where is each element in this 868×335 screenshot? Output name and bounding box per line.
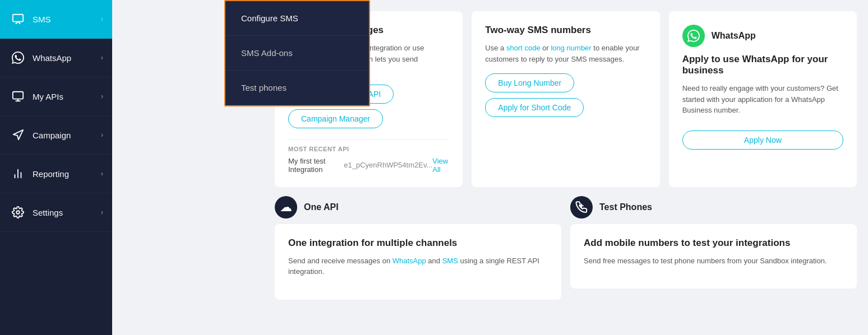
sidebar-label-apis: My APIs [33, 92, 101, 101]
apis-icon [9, 87, 27, 105]
reporting-icon [9, 165, 27, 183]
api-name: My first test Integration [288, 157, 337, 174]
whatsapp-header: WhatsApp [682, 25, 843, 47]
short-code-link: short code [506, 44, 541, 52]
test-phones-icon [570, 196, 593, 218]
chevron-icon-campaign: › [101, 131, 103, 139]
svg-rect-0 [13, 15, 23, 22]
test-phones-section: Test Phones Add mobile numbers to test y… [570, 196, 857, 300]
test-phones-header: Test Phones [570, 196, 857, 218]
sidebar-item-settings[interactable]: Settings › [0, 193, 112, 232]
dropdown-item-sms-addons[interactable]: SMS Add-ons [225, 36, 369, 71]
test-phones-header-label: Test Phones [599, 202, 652, 212]
settings-icon [9, 203, 27, 221]
one-api-section: ☁ One API One integration for multiple c… [275, 196, 561, 300]
long-number-link: long number [551, 44, 591, 52]
test-phones-desc: Send free messages to test phone numbers… [584, 255, 843, 267]
svg-rect-1 [13, 92, 23, 99]
one-api-card: One integration for multiple channels Se… [275, 224, 561, 300]
dropdown-item-configure-sms[interactable]: Configure SMS [225, 1, 369, 36]
sidebar-item-my-apis[interactable]: My APIs › [0, 77, 112, 116]
most-recent-label: MOST RECENT API [288, 146, 449, 152]
sidebar-label-settings: Settings [33, 208, 101, 217]
sidebar-label-whatsapp: WhatsApp [33, 53, 101, 63]
sms-icon [9, 10, 27, 28]
test-phones-card: Add mobile numbers to test your integrat… [570, 224, 857, 289]
one-api-header: ☁ One API [275, 196, 561, 218]
sidebar-item-whatsapp[interactable]: WhatsApp › [0, 39, 112, 77]
whatsapp-card-title: Apply to use WhatsApp for your business [682, 54, 843, 76]
dropdown-menu: Configure SMS SMS Add-ons Test phones [224, 0, 370, 106]
one-api-title: One integration for multiple channels [288, 238, 548, 249]
sidebar-label-campaign: Campaign [33, 131, 101, 140]
whatsapp-icon [9, 49, 27, 67]
one-api-desc: Send and receive messages on WhatsApp an… [288, 255, 548, 277]
campaign-manager-button[interactable]: Campaign Manager [288, 109, 383, 128]
campaign-icon [9, 126, 27, 144]
sidebar: SMS › WhatsApp › My APIs › Campaign › Re… [0, 0, 112, 335]
two-way-buttons: Buy Long Number Apply for Short Code [485, 73, 646, 117]
svg-point-7 [16, 211, 20, 214]
divider [288, 139, 449, 140]
chevron-icon-settings: › [101, 208, 103, 216]
sidebar-label-reporting: Reporting [33, 169, 101, 179]
view-all-link[interactable]: View All [432, 157, 449, 174]
whatsapp-card: WhatsApp Apply to use WhatsApp for your … [669, 11, 857, 187]
bottom-cards-row: ☁ One API One integration for multiple c… [123, 196, 857, 300]
sidebar-item-campaign[interactable]: Campaign › [0, 116, 112, 155]
chevron-icon: › [101, 15, 103, 23]
two-way-sms-title: Two-way SMS numbers [485, 25, 646, 36]
sidebar-item-reporting[interactable]: Reporting › [0, 155, 112, 193]
buy-long-number-button[interactable]: Buy Long Number [485, 73, 574, 92]
whatsapp-header-label: WhatsApp [712, 31, 756, 41]
chevron-icon-wa: › [101, 54, 103, 62]
chevron-icon-reporting: › [101, 170, 103, 178]
one-api-icon: ☁ [275, 196, 297, 218]
two-way-sms-desc: Use a short code or long number to enabl… [485, 43, 646, 64]
test-phones-title: Add mobile numbers to test your integrat… [584, 238, 843, 249]
one-api-header-label: One API [304, 202, 339, 212]
chevron-icon-apis: › [101, 92, 103, 100]
main-content: Configure SMS SMS Add-ons Test phones Se… [112, 0, 868, 335]
api-key: e1_pCyenRhWP54tm2Ev... [344, 161, 432, 169]
apply-now-button[interactable]: Apply Now [682, 131, 843, 150]
apply-short-code-button[interactable]: Apply for Short Code [485, 98, 584, 117]
two-way-sms-card: Two-way SMS numbers Use a short code or … [472, 11, 659, 187]
whatsapp-section-icon [682, 25, 705, 47]
dropdown-item-test-phones[interactable]: Test phones [225, 71, 369, 105]
whatsapp-card-desc: Need to really engage with your customer… [682, 83, 843, 116]
sidebar-item-sms[interactable]: SMS › [0, 0, 112, 39]
sidebar-label-sms: SMS [33, 15, 101, 24]
api-row: My first test Integration e1_pCyenRhWP54… [288, 157, 449, 174]
